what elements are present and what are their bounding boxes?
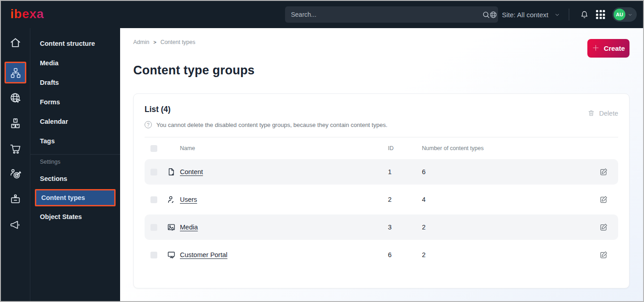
- create-button[interactable]: Create: [587, 39, 629, 58]
- row-checkbox[interactable]: [150, 252, 157, 258]
- sidebar-item-object-states[interactable]: Object States: [30, 207, 120, 226]
- site-context-switcher[interactable]: Site: All context: [489, 10, 560, 19]
- group-count: 2: [422, 251, 594, 258]
- sidebar-item-calendar[interactable]: Calendar: [30, 112, 120, 131]
- sidebar-item-content-structure[interactable]: Content structure: [30, 34, 120, 53]
- column-header-count: Number of content types: [422, 145, 594, 151]
- info-text: You cannot delete the disabled content t…: [156, 122, 387, 128]
- chevron-down-icon: [554, 12, 560, 18]
- group-link[interactable]: Customer Portal: [180, 251, 228, 258]
- question-icon: ?: [145, 121, 152, 128]
- image-edit-icon: [167, 223, 180, 232]
- global-search[interactable]: [285, 6, 498, 23]
- site-context-label: Site: All context: [502, 11, 548, 19]
- plus-icon: [592, 44, 600, 53]
- create-button-label: Create: [604, 44, 625, 52]
- content-structure-icon[interactable]: [5, 62, 26, 83]
- group-id: 6: [388, 251, 422, 258]
- commerce-cart-icon[interactable]: [8, 141, 23, 156]
- personalization-icon[interactable]: [8, 167, 23, 181]
- breadcrumb-content-types: Content types: [160, 39, 195, 45]
- info-message: ? You cannot delete the disabled content…: [145, 121, 618, 128]
- trash-icon: [587, 109, 595, 117]
- edit-button[interactable]: [594, 167, 614, 176]
- edit-button[interactable]: [594, 223, 614, 232]
- user-edit-icon: [167, 195, 180, 204]
- page-title: Content type groups: [133, 63, 255, 78]
- chevron-down-icon: [628, 12, 633, 17]
- table-header-row: Name ID Number of content types: [145, 137, 618, 159]
- edit-button[interactable]: [594, 195, 614, 204]
- table-row: Customer Portal 6 2: [145, 242, 618, 268]
- ibexa-logo: ibexa: [10, 7, 44, 21]
- sidebar-item-media[interactable]: Media: [30, 53, 120, 73]
- table-row: Media 3 2: [145, 214, 618, 240]
- delete-button[interactable]: Delete: [587, 109, 618, 117]
- breadcrumb-separator: >: [153, 39, 156, 45]
- home-icon[interactable]: [8, 35, 23, 50]
- breadcrumb-admin[interactable]: Admin: [133, 39, 149, 45]
- group-link[interactable]: Content: [180, 168, 203, 175]
- monitor-edit-icon: [167, 250, 180, 259]
- list-title: List (4): [145, 105, 170, 114]
- main-content: Admin > Content types Create Content typ…: [120, 28, 643, 301]
- sidebar-item-tags[interactable]: Tags: [30, 131, 120, 151]
- group-count: 6: [422, 168, 594, 175]
- group-count: 4: [422, 196, 594, 203]
- group-link[interactable]: Users: [180, 196, 197, 203]
- breadcrumb: Admin > Content types: [133, 39, 195, 45]
- app-window: ibexa Site: All context: [0, 0, 644, 302]
- sidebar-section-settings: Settings: [30, 155, 120, 169]
- row-checkbox[interactable]: [150, 224, 157, 231]
- sidebar-item-content-types[interactable]: Content types: [35, 189, 116, 206]
- column-header-id: ID: [388, 145, 422, 151]
- top-bar: ibexa Site: All context: [1, 1, 643, 28]
- row-checkbox[interactable]: [150, 196, 157, 203]
- table-row: Users 2 4: [145, 187, 618, 212]
- topbar-divider: [569, 9, 569, 20]
- topbar-actions: Site: All context AU: [489, 1, 637, 28]
- icon-rail: [1, 28, 30, 301]
- column-header-name: Name: [180, 145, 388, 151]
- edit-button[interactable]: [594, 250, 614, 259]
- app-grid-icon[interactable]: [594, 8, 607, 21]
- file-edit-icon: [167, 167, 180, 176]
- row-checkbox[interactable]: [150, 169, 157, 175]
- admin-badge-icon[interactable]: [8, 192, 23, 207]
- group-id: 1: [388, 168, 422, 175]
- select-all-checkbox[interactable]: [150, 145, 157, 152]
- sidebar-item-forms[interactable]: Forms: [30, 92, 120, 112]
- sidebar-item-drafts[interactable]: Drafts: [30, 73, 120, 92]
- card-header: List (4) Delete: [145, 105, 618, 117]
- sidebar-item-sections[interactable]: Sections: [30, 169, 120, 188]
- globe-icon: [489, 10, 498, 19]
- search-input[interactable]: [291, 11, 479, 18]
- sidebar-menu: Content structure Media Drafts Forms Cal…: [30, 28, 120, 301]
- campaign-megaphone-icon[interactable]: [8, 218, 23, 232]
- list-card: List (4) Delete ? You cannot delete the …: [133, 93, 629, 288]
- group-link[interactable]: Media: [180, 224, 198, 231]
- product-catalog-icon[interactable]: [8, 116, 23, 131]
- group-id: 2: [388, 196, 422, 203]
- group-id: 3: [388, 224, 422, 231]
- avatar: AU: [614, 9, 625, 20]
- delete-button-label: Delete: [599, 110, 618, 117]
- site-globe-icon[interactable]: [8, 91, 23, 105]
- bell-icon[interactable]: [578, 8, 591, 21]
- user-menu[interactable]: AU: [612, 7, 637, 22]
- group-count: 2: [422, 224, 594, 231]
- table-row: Content 1 6: [145, 159, 618, 185]
